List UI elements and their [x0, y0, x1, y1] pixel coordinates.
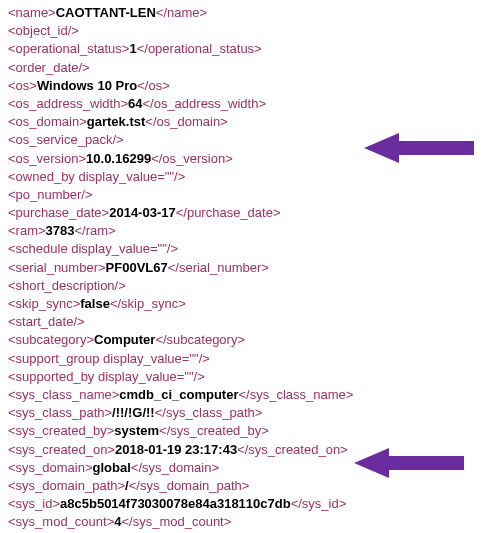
value-os_version: 10.0.16299	[86, 151, 151, 166]
xml-element-owned_by: <owned_by display_value=""/>	[8, 168, 496, 186]
xml-element-sys_created_by: <sys_created_by>system</sys_created_by>	[8, 422, 496, 440]
value-operational_status: 1	[129, 41, 136, 56]
value-serial_number: PF00VL67	[106, 260, 168, 275]
xml-element-sys_id: <sys_id>a8c5b5014f73030078e84a318110c7db…	[8, 495, 496, 513]
xml-element-serial_number: <serial_number>PF00VL67</serial_number>	[8, 259, 496, 277]
value-name: CAOTTANT-LEN	[56, 5, 156, 20]
value-os: Windows 10 Pro	[37, 78, 137, 93]
xml-element-schedule: <schedule display_value=""/>	[8, 240, 496, 258]
value-os_address_width: 64	[128, 96, 142, 111]
xml-element-start_date: <start_date/>	[8, 313, 496, 331]
xml-element-support_group: <support_group display_value=""/>	[8, 350, 496, 368]
value-sys_created_on: 2018-01-19 23:17:43	[115, 442, 237, 457]
xml-element-os_service_pack: <os_service_pack/>	[8, 131, 496, 149]
xml-element-short_description: <short_description/>	[8, 277, 496, 295]
xml-element-sys_class_path: <sys_class_path>/!!/!G/!!</sys_class_pat…	[8, 404, 496, 422]
xml-element-os_address_width: <os_address_width>64</os_address_width>	[8, 95, 496, 113]
xml-element-po_number: <po_number/>	[8, 186, 496, 204]
value-subcategory: Computer	[94, 332, 155, 347]
xml-element-purchase_date: <purchase_date>2014-03-17</purchase_date…	[8, 204, 496, 222]
xml-element-order_date: <order_date/>	[8, 59, 496, 77]
xml-element-object_id: <object_id/>	[8, 22, 496, 40]
value-ram: 3783	[46, 223, 75, 238]
value-os_domain: gartek.tst	[87, 114, 146, 129]
xml-output: <name>CAOTTANT-LEN</name><object_id/><op…	[8, 4, 496, 533]
value-purchase_date: 2014-03-17	[109, 205, 176, 220]
xml-element-subcategory: <subcategory>Computer</subcategory>	[8, 331, 496, 349]
xml-element-operational_status: <operational_status>1</operational_statu…	[8, 40, 496, 58]
xml-element-name: <name>CAOTTANT-LEN</name>	[8, 4, 496, 22]
xml-element-sys_created_on: <sys_created_on>2018-01-19 23:17:43</sys…	[8, 441, 496, 459]
xml-element-os: <os>Windows 10 Pro</os>	[8, 77, 496, 95]
value-sys_class_name: cmdb_ci_computer	[119, 387, 238, 402]
xml-element-sys_mod_count: <sys_mod_count>4</sys_mod_count>	[8, 513, 496, 531]
value-sys_domain: global	[93, 460, 131, 475]
value-sys_id: a8c5b5014f73030078e84a318110c7db	[60, 496, 291, 511]
xml-element-sys_class_name: <sys_class_name>cmdb_ci_computer</sys_cl…	[8, 386, 496, 404]
xml-element-sys_domain_path: <sys_domain_path>/</sys_domain_path>	[8, 477, 496, 495]
xml-element-skip_sync: <skip_sync>false</skip_sync>	[8, 295, 496, 313]
xml-element-sys_domain: <sys_domain>global</sys_domain>	[8, 459, 496, 477]
xml-element-os_version: <os_version>10.0.16299</os_version>	[8, 150, 496, 168]
xml-element-os_domain: <os_domain>gartek.tst</os_domain>	[8, 113, 496, 131]
value-sys_class_path: /!!/!G/!!	[112, 405, 155, 420]
value-skip_sync: false	[80, 296, 110, 311]
xml-element-ram: <ram>3783</ram>	[8, 222, 496, 240]
xml-element-supported_by: <supported_by display_value=""/>	[8, 368, 496, 386]
value-sys_created_by: system	[114, 423, 159, 438]
